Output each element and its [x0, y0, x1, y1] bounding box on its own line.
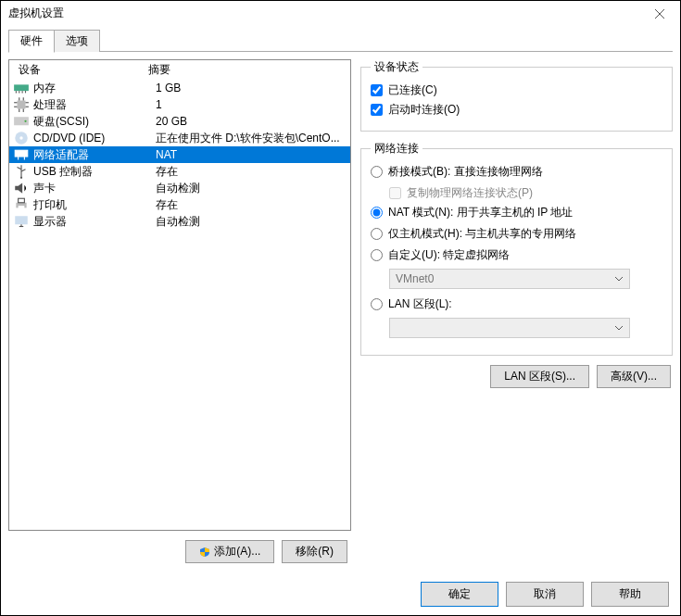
- help-button[interactable]: 帮助: [591, 582, 669, 607]
- close-icon: [655, 9, 664, 19]
- device-list[interactable]: 设备 摘要 内存 1 GB 处理器 1 硬盘(SCSI) 20 GB CD/DV…: [8, 59, 351, 531]
- vmnet-combo: VMnet0: [389, 269, 630, 289]
- add-label: 添加(A)...: [214, 544, 260, 559]
- item-summary: 自动检测: [156, 181, 350, 195]
- svg-point-24: [20, 177, 22, 179]
- shield-icon: [199, 547, 210, 558]
- list-item[interactable]: 打印机 存在: [9, 196, 350, 213]
- list-item[interactable]: 处理器 1: [9, 96, 350, 113]
- custom-radio[interactable]: 自定义(U): 特定虚拟网络: [371, 247, 662, 263]
- network-icon: [13, 147, 30, 162]
- item-summary: 正在使用文件 D:\软件安装包\CentO...: [156, 131, 350, 145]
- tab-options[interactable]: 选项: [55, 30, 100, 52]
- item-summary: 存在: [156, 164, 350, 179]
- chevron-down-icon: [614, 274, 624, 283]
- device-status-legend: 设备状态: [371, 59, 422, 75]
- chevron-down-icon: [614, 323, 624, 333]
- titlebar: 虚拟机设置: [1, 1, 680, 26]
- cancel-button[interactable]: 取消: [506, 582, 584, 607]
- header-device: 设备: [19, 62, 148, 78]
- display-icon: [13, 214, 30, 229]
- advanced-button[interactable]: 高级(V)...: [597, 365, 671, 388]
- item-name: 打印机: [33, 197, 156, 212]
- remove-label: 移除(R): [296, 544, 334, 559]
- list-item[interactable]: 硬盘(SCSI) 20 GB: [9, 113, 350, 130]
- close-button[interactable]: [639, 1, 680, 26]
- printer-icon: [13, 197, 30, 212]
- list-item[interactable]: 显示器 自动检测: [9, 213, 350, 230]
- svg-marker-25: [15, 182, 22, 193]
- list-item[interactable]: USB 控制器 存在: [9, 163, 350, 180]
- item-name: 处理器: [33, 97, 156, 112]
- item-summary: 20 GB: [156, 114, 350, 129]
- svg-point-19: [19, 136, 22, 139]
- item-name: 内存: [33, 81, 156, 95]
- usb-icon: [13, 164, 30, 179]
- list-item[interactable]: 内存 1 GB: [9, 80, 350, 96]
- svg-point-17: [24, 120, 26, 122]
- header-summary: 摘要: [148, 62, 170, 78]
- nat-radio[interactable]: NAT 模式(N): 用于共享主机的 IP 地址: [371, 205, 662, 220]
- list-item[interactable]: 声卡 自动检测: [9, 180, 350, 196]
- hostonly-radio[interactable]: 仅主机模式(H): 与主机共享的专用网络: [371, 226, 662, 242]
- item-summary: 存在: [156, 197, 350, 212]
- network-connection-group: 网络连接 桥接模式(B): 直接连接物理网络 复制物理网络连接状态(P) NAT…: [360, 141, 673, 356]
- bridged-radio[interactable]: 桥接模式(B): 直接连接物理网络: [371, 164, 662, 180]
- svg-rect-28: [19, 206, 25, 211]
- item-name: 显示器: [33, 214, 156, 229]
- item-name: 硬盘(SCSI): [33, 114, 156, 129]
- list-item[interactable]: CD/DVD (IDE) 正在使用文件 D:\软件安装包\CentO...: [9, 130, 350, 146]
- window-title: 虚拟机设置: [8, 1, 639, 26]
- device-status-group: 设备状态 已连接(C) 启动时连接(O): [360, 59, 673, 132]
- disk-icon: [13, 114, 30, 129]
- remove-button[interactable]: 移除(R): [282, 540, 347, 563]
- memory-icon: [13, 81, 30, 95]
- add-button[interactable]: 添加(A)...: [185, 540, 274, 563]
- cd-icon: [13, 131, 30, 145]
- replicate-checkbox: 复制物理网络连接状态(P): [389, 185, 662, 201]
- item-name: 声卡: [33, 181, 156, 195]
- dialog-footer: 确定 取消 帮助: [1, 572, 680, 615]
- item-summary: 1: [156, 97, 350, 112]
- item-summary: NAT: [156, 147, 350, 162]
- item-name: CD/DVD (IDE): [33, 131, 156, 145]
- item-name: 网络适配器: [33, 147, 156, 162]
- cpu-icon: [13, 97, 30, 112]
- item-summary: 1 GB: [156, 81, 350, 95]
- list-item[interactable]: 网络适配器 NAT: [9, 146, 350, 163]
- lansegment-radio[interactable]: LAN 区段(L):: [371, 296, 662, 312]
- list-header: 设备 摘要: [9, 60, 350, 80]
- tabstrip: 硬件 选项: [1, 26, 680, 52]
- ok-button[interactable]: 确定: [421, 582, 498, 607]
- connected-checkbox[interactable]: 已连接(C): [371, 82, 662, 98]
- svg-rect-29: [15, 216, 28, 224]
- vmnet-value: VMnet0: [396, 272, 434, 285]
- svg-rect-20: [15, 151, 28, 157]
- hardware-panel: 设备 摘要 内存 1 GB 处理器 1 硬盘(SCSI) 20 GB CD/DV…: [8, 59, 351, 572]
- connect-at-power-checkbox[interactable]: 启动时连接(O): [371, 102, 662, 118]
- tab-hardware[interactable]: 硬件: [8, 30, 55, 53]
- item-name: USB 控制器: [33, 164, 156, 179]
- item-summary: 自动检测: [156, 214, 350, 229]
- sound-icon: [13, 181, 30, 195]
- network-legend: 网络连接: [371, 141, 422, 157]
- lansegment-combo: [389, 318, 630, 338]
- lan-segments-button[interactable]: LAN 区段(S)...: [490, 365, 589, 388]
- svg-rect-27: [19, 198, 25, 203]
- svg-rect-7: [18, 101, 26, 109]
- svg-rect-2: [14, 85, 29, 92]
